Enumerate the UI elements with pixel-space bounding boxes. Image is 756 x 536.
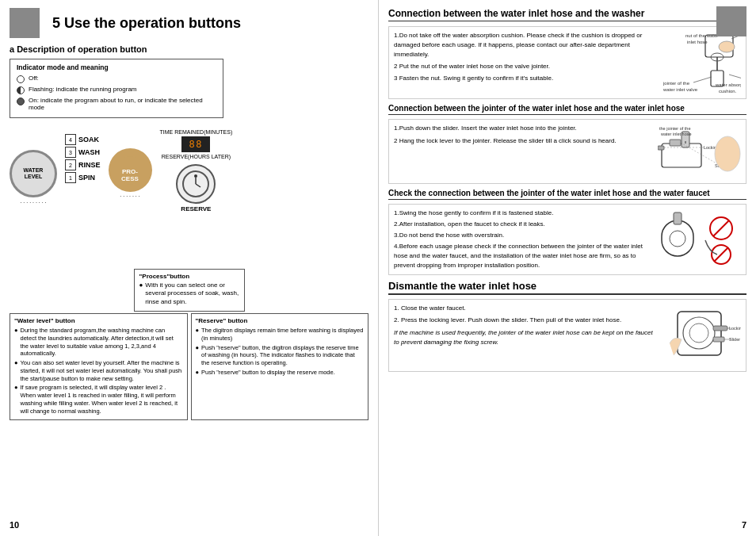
section4-step2: 2. Press the locking lever. Push down th…	[394, 316, 657, 325]
section4: Dismantle the water inlet hose 1. Close …	[388, 280, 746, 372]
section2-text: 1.Push down the slider. Insert the water…	[394, 124, 657, 146]
svg-line-37	[713, 220, 729, 236]
section2-img: the jointer of the water inlet hose Lock…	[662, 124, 741, 179]
reserve-label-text: RESERVE	[181, 205, 211, 212]
process-dial[interactable]: PRO-CESS	[109, 148, 152, 192]
section4-note: If the machine is used frequently, the j…	[394, 328, 657, 347]
svg-line-6	[196, 184, 200, 187]
section3-step4: 4.Before each usage please check if the …	[394, 242, 657, 270]
section1-title: Connection between the water inlet hose …	[388, 8, 746, 21]
section4-img: Locking level Slider	[662, 304, 741, 367]
svg-rect-26	[658, 146, 664, 150]
process-btn-desc-container: "Process"button ● With it you can select…	[10, 269, 368, 312]
right-panel: Connection between the water inlet hose …	[379, 0, 756, 536]
rinse-row: 2 RINSE	[65, 159, 101, 170]
section3-content: 1.Swing the hose gently to confirm if it…	[388, 204, 746, 275]
indicator-row-off: Off:	[17, 75, 216, 83]
section4-step1: 1. Close the water faucet.	[394, 304, 657, 313]
section4-content: 1. Close the water faucet. 2. Press the …	[388, 299, 746, 372]
reserve-dial[interactable]	[176, 164, 216, 204]
process-bullet-text: With it you can select one or several pr…	[145, 281, 239, 306]
svg-point-41	[683, 317, 715, 349]
wash-label: WASH	[78, 148, 100, 156]
res-bullet-3: ● Push "reserve" button to display the r…	[196, 369, 365, 377]
right-gray-box	[716, 6, 746, 36]
time-reserve-section: TIME REMAINED(MINUTES) 88 RESERVE(HOURS …	[160, 129, 233, 269]
svg-text:water absorption: water absorption	[715, 82, 741, 87]
process-dots: · · · · · · ·	[120, 193, 139, 199]
svg-text:PRO-: PRO-	[122, 168, 138, 175]
svg-rect-43	[713, 326, 727, 331]
spin-row: 1 SPIN	[65, 172, 95, 183]
page-num-right: 7	[742, 520, 746, 530]
svg-line-17	[729, 75, 741, 78]
res-text-1: The digitron displays remain time before…	[201, 327, 364, 343]
wash-row: 3 WASH	[65, 147, 100, 158]
section3-title: Check the connection between the jointer…	[388, 189, 746, 200]
section1-content: 1.Do not take off the water absorption c…	[388, 26, 746, 99]
water-level-info-title: "Water level" button	[14, 317, 183, 324]
wl-bullet-2: ● You can also set water level by yourse…	[14, 359, 183, 382]
section3-text: 1.Swing the hose gently to confirm if it…	[394, 209, 657, 270]
svg-text:the jointer of the: the jointer of the	[659, 126, 690, 131]
indicator-row-flash: Flashing: indicate the running program	[17, 86, 216, 94]
svg-text:water inlet hose: water inlet hose	[660, 132, 692, 136]
indicator-icon-off	[17, 75, 25, 83]
soak-row: 4 SOAK	[65, 134, 99, 145]
svg-point-42	[689, 324, 708, 343]
left-gray-box	[10, 8, 40, 38]
res-text-3: Push "reserve" button to display the res…	[201, 369, 335, 377]
indicator-icon-on	[17, 98, 25, 105]
section2-content: 1.Push down the slider. Insert the water…	[388, 119, 746, 184]
display-box: 88	[181, 136, 210, 152]
svg-point-32	[715, 136, 740, 171]
res-text-2: Push "reserve" button, the digitron disp…	[201, 344, 364, 367]
wl-text-3: If save program is selected, it will dis…	[21, 384, 183, 415]
bottom-boxes: "Water level" button ● During the standa…	[10, 313, 368, 420]
svg-rect-46	[713, 337, 724, 342]
indicator-box: Indicator mode and meaning Off: Flashing…	[10, 59, 223, 118]
main-title: 5 Use the operation buttons	[10, 8, 368, 38]
section4-title: Dismantle the water inlet hose	[388, 280, 746, 295]
left-panel: 5 Use the operation buttons a Descriptio…	[0, 0, 379, 536]
soak-label: SOAK	[78, 136, 99, 144]
svg-text:inlet hose: inlet hose	[687, 40, 708, 44]
process-btn-desc: "Process"button ● With it you can select…	[134, 269, 245, 312]
section1-text: 1.Do not take off the water absorption c…	[394, 31, 657, 83]
svg-line-14	[693, 77, 712, 82]
water-level-btn-label: · · · · · · · · ·	[20, 200, 46, 205]
water-level-dial[interactable]: WATERLEVEL	[10, 150, 57, 197]
section1-step1: 1.Do not take off the water absorption c…	[394, 31, 657, 59]
num-3: 3	[65, 147, 76, 158]
water-level-label: WATERLEVEL	[24, 167, 44, 181]
spin-label: SPIN	[78, 174, 95, 182]
water-level-info-box: "Water level" button ● During the standa…	[10, 313, 188, 420]
svg-text:nut of the water: nut of the water	[685, 33, 718, 38]
section4-text: 1. Close the water faucet. 2. Press the …	[394, 304, 657, 347]
svg-point-20	[719, 41, 735, 52]
svg-text:cushion.: cushion.	[719, 89, 737, 94]
svg-rect-29	[670, 140, 681, 146]
indicator-label-on: On: indicate the program about to run, o…	[29, 97, 216, 111]
rinse-label: RINSE	[78, 161, 101, 169]
indicator-icon-flash	[17, 86, 25, 94]
wl-text-2: You can also set water level by yourself…	[21, 359, 183, 382]
section2-step1: 1.Push down the slider. Insert the water…	[394, 124, 657, 133]
svg-text:jointer of the: jointer of the	[662, 81, 690, 86]
time-remained-label: TIME REMAINED(MINUTES)	[160, 129, 233, 135]
svg-point-35	[670, 231, 685, 247]
section2: Connection between the jointer of the wa…	[388, 104, 746, 184]
num-4: 4	[65, 134, 76, 145]
indicator-label-off: Off:	[29, 75, 39, 82]
section3-step1: 1.Swing the hose gently to confirm if it…	[394, 209, 657, 218]
num-1: 1	[65, 172, 76, 183]
section3-img	[662, 209, 741, 268]
res-bullet-2: ● Push "reserve" button, the digitron di…	[196, 344, 365, 367]
svg-rect-33	[662, 220, 693, 256]
section1-img: nut of the water inlet hose jointer of t…	[662, 31, 741, 94]
page-title: 5 Use the operation buttons	[52, 15, 241, 32]
process-section: 4 SOAK 3 WASH 2 RINSE 1 SPIN	[65, 134, 101, 269]
section2-step2: 2 Hang the lock lever to the jointer. Re…	[394, 136, 657, 146]
wl-bullet-1: ● During the standard program,the washin…	[14, 327, 183, 358]
section1-step3: 3 Fasten the nut. Swing it gently to con…	[394, 74, 657, 83]
